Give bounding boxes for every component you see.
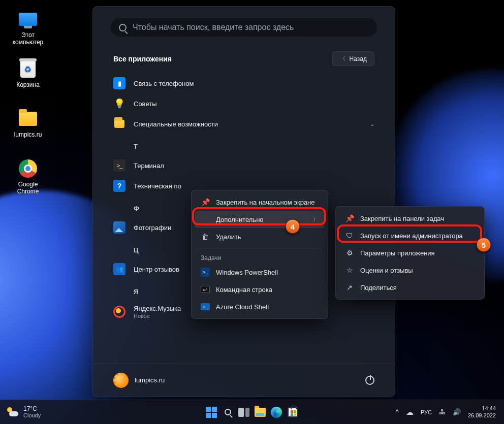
app-label: Фотографии [134,224,171,232]
feedback-icon: 👥 [113,263,125,275]
app-label: Специальные возможности [134,120,218,128]
search-placeholder: Чтобы начать поиск, введите запрос здесь [133,23,294,32]
language-indicator[interactable]: РУС [421,409,432,415]
pin-icon: 📌 [345,214,354,223]
menu-pin-to-start[interactable]: 📌 Закрепить на начальном экране [195,193,325,211]
terminal-icon: >_ [113,159,125,172]
desktop-icon-recycle-bin[interactable]: ♻ Корзина [8,59,48,88]
desktop-icon-this-pc[interactable]: Этот компьютер [8,9,48,46]
taskbar-store[interactable] [286,406,299,419]
app-label: Техническая по [134,182,181,190]
monitor-icon [19,13,37,26]
photos-icon [113,221,125,234]
menu-share[interactable]: ↗ Поделиться [339,279,481,296]
power-button[interactable] [365,376,374,385]
back-label: Назад [350,55,367,62]
app-accessibility[interactable]: Специальные возможности ⌄ [105,114,383,134]
edge-icon [271,407,282,418]
search-icon [225,409,231,415]
desktop-icon-label: Этот компьютер [13,31,44,46]
file-explorer-icon [255,408,266,417]
app-terminal[interactable]: >_ Терминал [105,155,383,176]
network-icon[interactable]: 🖧 [439,408,446,416]
gear-icon: ⚙ [345,248,354,257]
user-account-button[interactable]: lumpics.ru [113,373,165,388]
start-footer: lumpics.ru [93,363,395,397]
phone-icon: ▮ [113,77,125,89]
search-icon [119,24,127,31]
ms-store-icon [288,407,298,417]
menu-reviews[interactable]: ☆ Оценки и отзывы [339,262,481,279]
avatar-icon [113,373,129,388]
app-label: Связь с телефоном [134,80,194,87]
app-label: Советы [134,100,156,108]
taskbar-clock[interactable]: 14:44 26.09.2022 [468,405,496,418]
menu-run-as-admin[interactable]: 🛡 Запуск от имени администратора [339,227,481,244]
app-label: Терминал [134,162,164,170]
search-input[interactable]: Чтобы начать поиск, введите запрос здесь [110,18,377,37]
app-tips[interactable]: 💡 Советы [105,93,383,114]
taskbar-edge[interactable] [270,406,283,419]
menu-task-azure[interactable]: >_ Azure Cloud Shell [195,298,325,315]
weather-temp: 17°C [23,405,41,412]
chrome-icon [19,159,37,178]
volume-icon[interactable]: 🔊 [453,408,461,416]
menu-task-cmd[interactable]: c:\ Командная строка [195,281,325,298]
app-label: Центр отзывов [134,266,179,273]
annotation-badge-5: 5 [477,238,491,252]
cmd-icon: c:\ [201,286,210,293]
powershell-icon: >_ [201,268,210,277]
task-view-button[interactable] [237,406,250,419]
all-apps-title: Все приложения [113,55,172,63]
onedrive-icon[interactable]: ☁ [406,408,414,417]
desktop-icon-label: Корзина [16,81,40,88]
desktop-icon-label: Google Chrome [17,181,39,195]
taskbar-weather[interactable]: 17°C Cloudy [0,405,41,419]
app-phone-link[interactable]: ▮ Связь с телефоном [105,73,383,93]
menu-task-powershell[interactable]: >_ Windows PowerShell [195,264,325,281]
annotation-badge-4: 4 [286,219,300,234]
app-sublabel: Новое [134,313,181,319]
desktop-icon-folder[interactable]: lumpics.ru [8,109,48,138]
share-icon: ↗ [345,283,354,292]
folder-icon [114,120,124,128]
letter-header-t[interactable]: Т [105,134,383,155]
context-menu-primary: 📌 Закрепить на начальном экране Дополнит… [191,190,328,319]
pin-icon: 📌 [201,198,210,207]
recycle-bin-icon: ♻ [20,60,36,78]
date: 26.09.2022 [468,412,496,419]
time: 14:44 [468,405,496,412]
start-button[interactable] [205,406,218,419]
desktop-icon-label: lumpics.ru [14,131,42,138]
help-icon: ? [113,180,125,192]
azure-icon: >_ [201,303,210,310]
menu-pin-to-taskbar[interactable]: 📌 Закрепить на панели задач [339,210,481,227]
desktop-icon-chrome[interactable]: Google Chrome [8,158,48,195]
app-label: Яндекс.Музыка [134,305,181,312]
star-icon: ☆ [345,266,354,275]
weather-icon [7,406,18,417]
yandex-music-icon [113,306,125,318]
chevron-right-icon: 〉 [313,216,319,223]
chevron-left-icon: 〈 [340,55,345,62]
trash-icon: 🗑 [201,232,210,241]
menu-uninstall[interactable]: 🗑 Удалить [195,228,325,245]
folder-icon [19,112,37,126]
task-view-icon [238,408,249,417]
weather-condition: Cloudy [23,412,41,419]
taskbar: 17°C Cloudy ^ ☁ РУС 🖧 🔊 14:44 26.09.2022 [0,400,504,424]
user-name: lumpics.ru [135,376,165,384]
taskbar-search-button[interactable] [221,406,234,419]
shield-icon: 🛡 [345,231,354,240]
menu-separator [197,248,323,248]
menu-section-tasks: Задачи [195,251,325,264]
back-button[interactable]: 〈 Назад [332,51,374,66]
windows-icon [206,407,217,418]
taskbar-explorer[interactable] [254,406,267,419]
chevron-down-icon: ⌄ [370,121,374,127]
lightbulb-icon: 💡 [113,97,125,110]
context-menu-more: 📌 Закрепить на панели задач 🛡 Запуск от … [335,206,485,300]
tray-overflow-button[interactable]: ^ [395,408,399,416]
menu-app-settings[interactable]: ⚙ Параметры приложения [339,244,481,262]
menu-more[interactable]: Дополнительно 〉 [195,211,325,228]
